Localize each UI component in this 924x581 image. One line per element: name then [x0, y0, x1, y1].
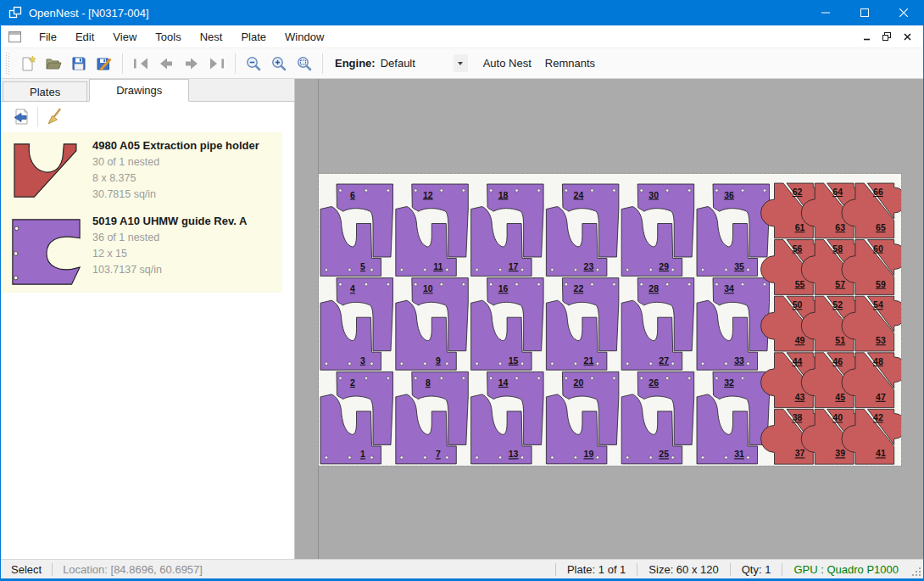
part-35[interactable]: [697, 207, 758, 277]
menu-item-tools[interactable]: Tools: [146, 25, 190, 47]
status-location: Location: [84.8696, 60.6957]: [53, 563, 213, 576]
zoom-out-button[interactable]: [241, 52, 266, 75]
part-number-51: 51: [835, 335, 845, 345]
part-number-23: 23: [584, 261, 594, 271]
close-icon: [899, 8, 908, 17]
part-number-37: 37: [795, 448, 805, 458]
plate-canvas[interactable]: 6512111817242330293635431091615222128273…: [295, 79, 923, 559]
part-number-49: 49: [795, 335, 805, 345]
engine-dropdown-button[interactable]: [454, 54, 468, 72]
part-9[interactable]: [396, 300, 457, 370]
part-number-24: 24: [574, 190, 584, 200]
mdi-minimize-button[interactable]: [857, 28, 876, 45]
window-title: OpenNest - [N0317-004]: [29, 7, 806, 20]
mdi-close-button[interactable]: [898, 28, 916, 45]
status-cell: Plate: 1 of 1: [555, 563, 637, 576]
purple-pair-8-7: 87: [396, 372, 469, 464]
drawing-size: 12 x 15: [92, 246, 281, 262]
part-17[interactable]: [471, 207, 532, 277]
part-number-3: 3: [360, 355, 365, 366]
part-3[interactable]: [320, 300, 381, 370]
drawing-item[interactable]: 4980 A05 Extraction pipe holder30 of 1 n…: [1, 132, 282, 208]
zoom-in-button[interactable]: [266, 52, 292, 75]
part-31[interactable]: [697, 394, 758, 464]
mdi-restore-button[interactable]: [877, 28, 896, 45]
last-plate-button[interactable]: [204, 52, 230, 75]
part-number-47: 47: [876, 392, 886, 402]
part-number-1: 1: [360, 449, 365, 459]
part-15[interactable]: [471, 300, 532, 370]
drawing-nested-count: 36 of 1 nested: [92, 230, 281, 246]
auto-nest-button[interactable]: Auto Nest: [476, 52, 538, 75]
part-number-10: 10: [423, 283, 433, 293]
menu-item-view[interactable]: View: [103, 25, 146, 47]
purple-pair-18-17: 1817: [471, 184, 544, 277]
first-arrow-icon: [131, 55, 150, 72]
purple-pair-14-13: 1413: [471, 372, 544, 464]
mdi-child-icon[interactable]: [8, 31, 21, 42]
part-11[interactable]: [396, 207, 457, 277]
engine-combobox[interactable]: Default: [381, 57, 454, 70]
menu-bar: FileEditViewToolsNestPlateWindow: [1, 25, 923, 48]
remnants-button[interactable]: Remnants: [538, 52, 602, 75]
part-21[interactable]: [546, 300, 607, 370]
drawing-area: 30.7815 sq/in: [92, 187, 281, 203]
minimize-button[interactable]: [806, 0, 845, 25]
part-13[interactable]: [471, 394, 532, 464]
part-number-41: 41: [876, 448, 886, 458]
part-number-30: 30: [648, 190, 659, 200]
toolbar-grip[interactable]: [6, 53, 10, 75]
status-right-cells: Plate: 1 of 1Size: 60 x 120Qty: 1GPU : Q…: [555, 560, 910, 578]
clear-drawings-button[interactable]: [42, 105, 68, 129]
part-number-45: 45: [835, 392, 845, 402]
menu-item-file[interactable]: File: [30, 25, 66, 47]
part-number-42: 42: [873, 412, 883, 422]
part-number-33: 33: [734, 355, 744, 366]
menu-item-edit[interactable]: Edit: [66, 25, 103, 47]
part-number-35: 35: [734, 261, 744, 271]
next-plate-button[interactable]: [179, 52, 204, 75]
maximize-button[interactable]: [845, 0, 884, 25]
tab-drawings[interactable]: Drawings: [89, 79, 189, 102]
drawing-item[interactable]: 5019 A10 UHMW guide Rev. A36 of 1 nested…: [1, 208, 282, 293]
open-file-button[interactable]: [41, 52, 66, 75]
status-bar: Select Location: [84.8696, 60.6957] Plat…: [1, 559, 923, 578]
part-25[interactable]: [621, 394, 682, 464]
previous-plate-button[interactable]: [153, 52, 179, 75]
first-plate-button[interactable]: [128, 52, 153, 75]
part-number-65: 65: [876, 222, 886, 232]
resize-grip[interactable]: [911, 567, 921, 577]
save-button[interactable]: [66, 52, 92, 75]
menu-item-nest[interactable]: Nest: [191, 25, 232, 47]
toolbar-separator: [322, 53, 323, 74]
part-5[interactable]: [320, 207, 381, 277]
purple-pair-20-19: 2019: [546, 372, 619, 464]
part-29[interactable]: [621, 207, 682, 277]
save-as-button[interactable]: [92, 52, 117, 75]
part-27[interactable]: [621, 300, 682, 370]
part-1[interactable]: [320, 394, 381, 464]
part-number-8: 8: [426, 377, 431, 388]
menu-item-window[interactable]: Window: [276, 25, 333, 47]
import-arrow-icon: [11, 108, 30, 126]
part-7[interactable]: [396, 394, 457, 464]
purple-pair-34-33: 3433: [697, 278, 770, 371]
close-button[interactable]: [884, 0, 923, 25]
mdi-restore-icon: [882, 32, 891, 41]
broom-icon: [46, 108, 64, 126]
chevron-down-icon: [458, 62, 463, 65]
part-number-55: 55: [795, 279, 805, 289]
open-folder-icon: [45, 55, 62, 72]
part-19[interactable]: [546, 394, 607, 464]
zoom-fit-button[interactable]: [292, 52, 317, 75]
part-number-56: 56: [793, 243, 803, 254]
part-number-11: 11: [433, 261, 443, 271]
menu-item-plate[interactable]: Plate: [231, 25, 276, 47]
new-file-button[interactable]: [15, 52, 41, 75]
import-drawing-button[interactable]: [8, 105, 33, 129]
part-23[interactable]: [546, 207, 607, 277]
part-number-21: 21: [584, 355, 594, 366]
part-33[interactable]: [697, 300, 758, 370]
mdi-window-buttons: [857, 28, 916, 45]
tab-plates[interactable]: Plates: [3, 81, 87, 101]
